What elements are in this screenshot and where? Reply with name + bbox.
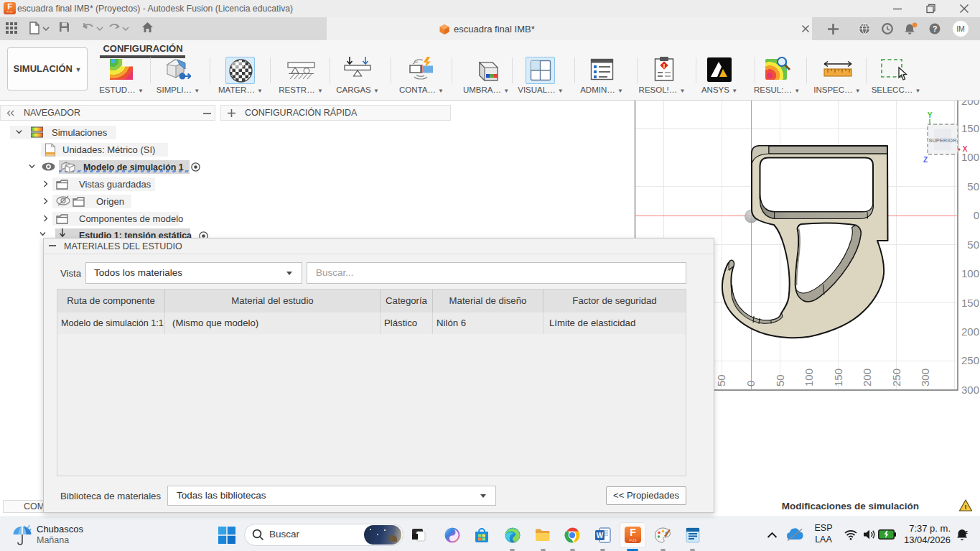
- svg-text:?: ?: [933, 24, 938, 33]
- svg-text:300: 300: [919, 369, 931, 386]
- svg-text:W: W: [597, 532, 604, 540]
- svg-text:100: 100: [803, 369, 815, 386]
- svg-text:50: 50: [967, 239, 979, 251]
- svg-text:50: 50: [967, 180, 979, 193]
- svg-text:300: 300: [961, 384, 979, 396]
- svg-text:50: 50: [715, 374, 727, 386]
- svg-text:100: 100: [961, 267, 979, 279]
- svg-text:0: 0: [974, 209, 979, 221]
- svg-text:X: X: [963, 145, 968, 153]
- svg-text:200: 200: [961, 101, 979, 107]
- svg-text:250: 250: [961, 354, 979, 366]
- svg-text:250: 250: [890, 369, 902, 386]
- svg-text:0: 0: [745, 381, 757, 386]
- svg-text:200: 200: [861, 369, 873, 386]
- svg-text:SUPERIOR: SUPERIOR: [928, 137, 957, 144]
- svg-text:z: z: [965, 529, 968, 535]
- svg-text:200: 200: [961, 325, 979, 338]
- svg-text:Y: Y: [928, 111, 933, 119]
- svg-text:Modificaciones de simulación: Modificaciones de simulación: [782, 501, 919, 511]
- svg-text:150: 150: [832, 369, 844, 386]
- svg-text:50: 50: [774, 374, 786, 386]
- svg-text:Z: Z: [923, 156, 928, 164]
- svg-text:150: 150: [961, 297, 979, 309]
- svg-text:!: !: [663, 62, 666, 70]
- svg-text:150: 150: [961, 122, 979, 134]
- svg-text:!: !: [965, 504, 967, 511]
